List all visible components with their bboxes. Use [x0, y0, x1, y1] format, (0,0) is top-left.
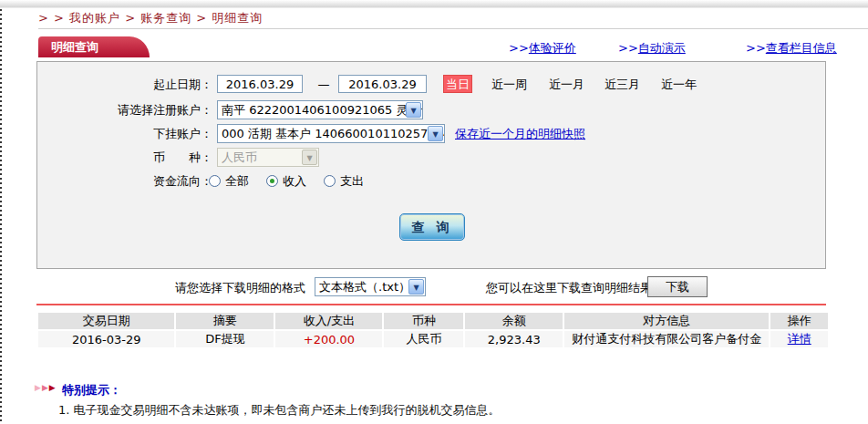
- download-hint-text: 您可以在这里下载查询明细结果: [486, 280, 652, 296]
- query-form-panel: 起止日期： — 当日 近一周 近一月 近三月 近一年 请选择注册账户： 南平 6…: [36, 61, 826, 269]
- range-week-button[interactable]: 近一周: [491, 75, 527, 95]
- currency-select-disabled: 人民币 ▼: [217, 148, 319, 167]
- special-notice-title: 特别提示：: [62, 382, 121, 398]
- date-from-input[interactable]: [217, 75, 303, 93]
- radio-label: 全部: [225, 174, 249, 188]
- query-button[interactable]: 查 询: [399, 213, 465, 241]
- save-snapshot-link[interactable]: 保存近一个月的明细快照: [455, 124, 585, 144]
- panel-tab-detail-query: 明细查询: [38, 36, 150, 57]
- triple-arrow-icon: ▶▶▶: [35, 383, 57, 392]
- link-view-column-info[interactable]: >>查看栏目信息: [746, 40, 837, 57]
- link-label: 自动演示: [638, 41, 686, 55]
- page: > > 我的账户 > 账务查询 > 明细查询 明细查询 >>体验评价 >>自动演…: [0, 0, 868, 424]
- chevron-down-icon: ▼: [408, 279, 424, 295]
- download-format-select[interactable]: 文本格式（.txt） ▼: [315, 277, 426, 296]
- date-range-row: 起止日期： — 当日 近一周 近一月 近三月 近一年: [37, 75, 825, 95]
- currency-row: 币 种： 人民币 ▼: [37, 148, 825, 168]
- registered-account-select[interactable]: 南平 6222001406100921065 灵通卡 ▼: [217, 100, 423, 119]
- radio-icon: [324, 175, 336, 187]
- download-button[interactable]: 下载: [647, 276, 708, 297]
- selected-value: 文本格式（.txt）: [319, 280, 410, 294]
- selected-value: 000 活期 基本户 1406600101102571848: [222, 127, 445, 140]
- link-prefix: >>: [746, 41, 766, 55]
- table-row: 2016-03-29 DF提现 +200.00 人民币 2,923.43 财付通…: [38, 331, 828, 347]
- link-label: 查看栏目信息: [766, 41, 837, 55]
- col-header-counterparty: 对方信息: [564, 313, 769, 329]
- registered-account-label: 请选择注册账户：: [37, 100, 212, 120]
- transaction-table: 交易日期 摘要 收入/支出 币种 余额 对方信息 操作 2016-03-29 D…: [36, 311, 830, 349]
- date-dash: —: [314, 75, 334, 95]
- radio-label: 支出: [340, 174, 364, 188]
- special-notice-item: 1. 电子现金交易明细不含未达账项，即未包含商户还未上传到我行的脱机交易信息。: [58, 402, 501, 419]
- link-label: 体验评价: [529, 41, 576, 55]
- range-year-button[interactable]: 近一年: [661, 75, 697, 95]
- sub-account-label: 下挂账户：: [37, 124, 212, 144]
- range-month-button[interactable]: 近一月: [549, 75, 584, 95]
- chevron-down-icon: ▼: [428, 126, 443, 141]
- chevron-down-icon: ▼: [302, 150, 317, 165]
- chevron-down-icon: ▼: [406, 102, 421, 118]
- radio-icon: [266, 175, 278, 187]
- table-header-row: 交易日期 摘要 收入/支出 币种 余额 对方信息 操作: [38, 313, 828, 329]
- date-range-label: 起止日期：: [37, 75, 212, 95]
- col-header-summary: 摘要: [176, 313, 274, 329]
- link-auto-demo[interactable]: >>自动演示: [618, 40, 686, 57]
- sub-account-select[interactable]: 000 活期 基本户 1406600101102571848 ▼: [217, 124, 445, 143]
- radio-flow-income[interactable]: 收入: [266, 171, 306, 191]
- cell-balance: 2,923.43: [465, 331, 563, 347]
- radio-label: 收入: [283, 174, 306, 188]
- cell-date: 2016-03-29: [38, 331, 174, 347]
- range-quarter-button[interactable]: 近三月: [604, 75, 640, 95]
- flow-direction-row: 资金流向： 全部 收入 支出: [37, 171, 825, 191]
- flow-direction-label: 资金流向：: [37, 171, 212, 191]
- range-today-button[interactable]: 当日: [443, 75, 472, 93]
- currency-label: 币 种：: [37, 148, 212, 168]
- registered-account-row: 请选择注册账户： 南平 6222001406100921065 灵通卡 ▼: [37, 100, 825, 120]
- cell-currency: 人民币: [384, 331, 463, 347]
- link-prefix: >>: [618, 41, 638, 55]
- col-header-balance: 余额: [465, 313, 563, 329]
- radio-flow-all[interactable]: 全部: [209, 171, 249, 191]
- selected-value: 南平 6222001406100921065 灵通卡: [222, 103, 423, 117]
- col-header-date: 交易日期: [38, 313, 174, 329]
- cell-summary: DF提现: [176, 331, 274, 347]
- cell-amount: +200.00: [275, 331, 382, 347]
- detail-link[interactable]: 详情: [788, 332, 811, 346]
- col-header-currency: 币种: [384, 313, 463, 329]
- radio-icon: [209, 175, 221, 187]
- dotted-frame-border: [0, 0, 2, 424]
- divider: [38, 28, 868, 29]
- red-separator-line: [36, 304, 826, 305]
- breadcrumb: > > 我的账户 > 账务查询 > 明细查询: [38, 10, 263, 26]
- col-header-amount: 收入/支出: [275, 313, 382, 329]
- date-to-input[interactable]: [338, 75, 427, 93]
- col-header-action: 操作: [770, 313, 828, 329]
- link-prefix: >>: [509, 41, 529, 55]
- selected-value: 人民币: [222, 150, 257, 164]
- sub-account-row: 下挂账户： 000 活期 基本户 1406600101102571848 ▼ 保…: [37, 124, 825, 144]
- radio-flow-expense[interactable]: 支出: [324, 171, 364, 191]
- link-experience-review[interactable]: >>体验评价: [509, 40, 576, 57]
- download-format-label: 请您选择下载明细的格式: [175, 280, 305, 296]
- cell-counterparty: 财付通支付科技有限公司客户备付金: [564, 331, 769, 347]
- top-gradient-bar: [0, 0, 868, 8]
